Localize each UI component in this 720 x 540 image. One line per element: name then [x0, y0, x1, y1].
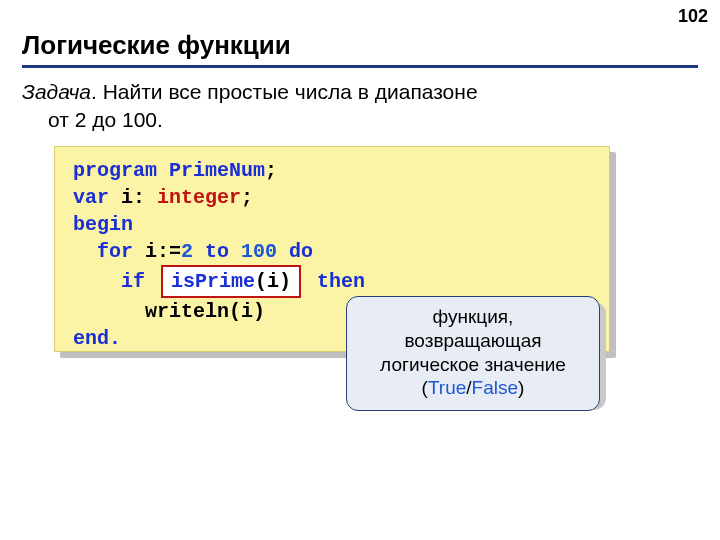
- paren-close: ): [518, 377, 524, 398]
- num-2: 2: [181, 240, 193, 263]
- task-line2: от 2 до 100.: [22, 106, 640, 134]
- writeln: writeln(i): [73, 298, 265, 325]
- callout-box: функция, возвращающая логическое значени…: [346, 296, 600, 411]
- kw-end: end.: [73, 327, 121, 350]
- for-a: i:=: [133, 240, 181, 263]
- program-name: PrimeNum: [157, 159, 265, 182]
- kw-begin: begin: [73, 213, 133, 236]
- page-number: 102: [678, 6, 708, 27]
- callout-line3: логическое значение: [357, 353, 589, 377]
- slide-heading: Логические функции: [22, 30, 698, 68]
- task-label: Задача: [22, 80, 91, 103]
- code-line-4: for i:=2 to 100 do: [73, 238, 591, 265]
- semi: ;: [265, 159, 277, 182]
- kw-then: then: [317, 270, 365, 293]
- num-100: 100: [241, 240, 277, 263]
- fn-arg: (i): [255, 270, 291, 293]
- value-true: True: [428, 377, 466, 398]
- code-line-5: if isPrime(i) then: [73, 265, 591, 298]
- callout-line2: возвращающая: [357, 329, 589, 353]
- code-line-1: program PrimeNum;: [73, 157, 591, 184]
- kw-program: program: [73, 159, 157, 182]
- kw-for: for: [97, 240, 133, 263]
- var-mid: i:: [109, 186, 157, 209]
- callout-line4: (True/False): [357, 376, 589, 400]
- fn-isprime: isPrime: [171, 270, 255, 293]
- code-line-3: begin: [73, 211, 591, 238]
- kw-integer: integer: [157, 186, 241, 209]
- kw-var: var: [73, 186, 109, 209]
- code-line-2: var i: integer;: [73, 184, 591, 211]
- isprime-highlight: isPrime(i): [161, 265, 301, 298]
- semi: ;: [241, 186, 253, 209]
- kw-to: to: [193, 240, 241, 263]
- task-line1: Найти все простые числа в диапазоне: [103, 80, 478, 103]
- kw-if: if: [121, 270, 145, 293]
- task-sep: .: [91, 80, 103, 103]
- kw-do: do: [277, 240, 313, 263]
- task-text: Задача. Найти все простые числа в диапаз…: [22, 78, 640, 135]
- value-false: False: [472, 377, 518, 398]
- callout-line1: функция,: [357, 305, 589, 329]
